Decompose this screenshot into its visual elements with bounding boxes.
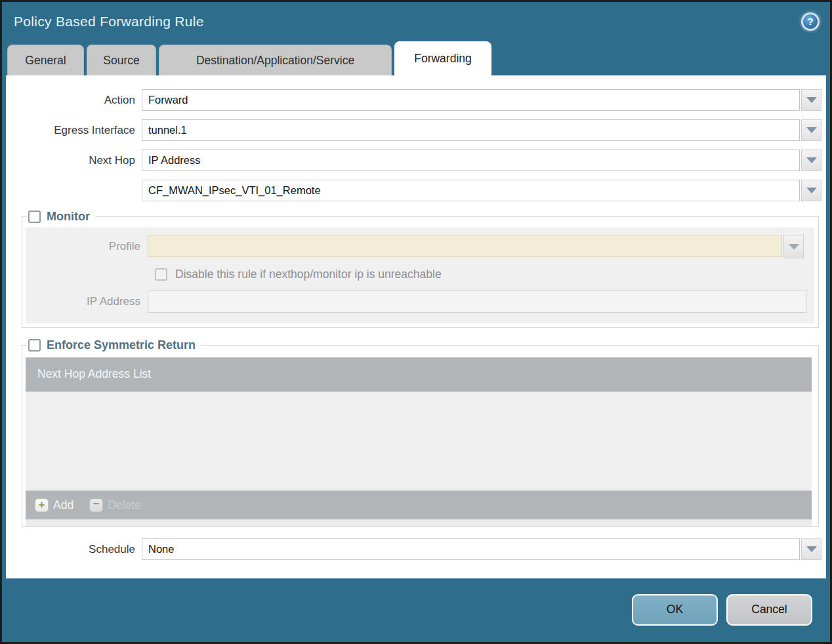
minus-icon: − — [89, 498, 103, 512]
delete-button-label: Delete — [108, 498, 141, 512]
add-button[interactable]: + Add — [35, 498, 73, 512]
next-hop-type-input[interactable] — [142, 150, 800, 171]
chevron-down-icon — [789, 244, 799, 250]
symmetric-return-title: Enforce Symmetric Return — [47, 338, 196, 352]
next-hop-address-list-toolbar: + Add − Delete — [26, 491, 812, 519]
chevron-down-icon — [806, 188, 817, 193]
action-row: Action — [6, 89, 822, 111]
dialog-footer: OK Cancel — [2, 578, 830, 641]
profile-combo — [148, 235, 804, 258]
action-combo — [142, 89, 822, 111]
forwarding-tab-panel: Action Egress Interface Next Hop — [6, 75, 826, 578]
schedule-dropdown-button[interactable] — [801, 538, 822, 560]
profile-row: Profile — [26, 235, 814, 258]
delete-button: − Delete — [89, 498, 141, 512]
monitor-checkbox[interactable] — [28, 211, 41, 223]
egress-interface-input[interactable] — [142, 119, 800, 141]
next-hop-type-combo — [142, 150, 822, 171]
symmetric-return-section: Enforce Symmetric Return Next Hop Addres… — [22, 338, 819, 527]
plus-icon: + — [35, 498, 49, 512]
disable-rule-row: Disable this rule if nexthop/monitor ip … — [26, 268, 814, 281]
help-icon[interactable]: ? — [801, 12, 820, 31]
next-hop-address-list-header: Next Hop Address List — [26, 357, 812, 392]
next-hop-address-combo — [142, 180, 822, 201]
monitor-title: Monitor — [47, 210, 90, 224]
monitor-section: Monitor Profile Disable this rule if nex… — [22, 210, 819, 328]
ok-button[interactable]: OK — [632, 594, 718, 626]
chevron-down-icon — [806, 127, 817, 133]
monitor-ip-address-input — [148, 291, 806, 313]
tab-source[interactable]: Source — [87, 45, 156, 75]
action-dropdown-button[interactable] — [801, 89, 822, 111]
action-label: Action — [6, 94, 142, 107]
tab-forwarding[interactable]: Forwarding — [394, 41, 491, 75]
disable-rule-label: Disable this rule if nexthop/monitor ip … — [175, 268, 442, 281]
tab-general[interactable]: General — [7, 45, 84, 75]
tab-destination-application-service[interactable]: Destination/Application/Service — [159, 45, 392, 75]
cancel-button[interactable]: Cancel — [726, 594, 812, 626]
monitor-ip-address-label: IP Address — [26, 295, 148, 308]
list-bottom-strip — [26, 519, 812, 526]
chevron-down-icon — [806, 97, 817, 103]
next-hop-address-list: Next Hop Address List + Add − Delete — [26, 357, 812, 526]
schedule-combo — [142, 538, 822, 560]
profile-field — [148, 235, 782, 257]
schedule-label: Schedule — [6, 543, 142, 556]
profile-dropdown-button — [783, 235, 804, 258]
schedule-row: Schedule — [6, 538, 822, 560]
next-hop-row: Next Hop — [6, 150, 822, 171]
dialog-titlebar: Policy Based Forwarding Rule ? — [2, 2, 830, 41]
action-input[interactable] — [142, 89, 800, 111]
monitor-ip-address-row: IP Address — [26, 291, 814, 313]
schedule-input[interactable] — [142, 538, 800, 560]
chevron-down-icon — [806, 546, 817, 552]
dialog-title: Policy Based Forwarding Rule — [14, 14, 204, 30]
symmetric-return-legend: Enforce Symmetric Return — [27, 338, 201, 352]
egress-interface-dropdown-button[interactable] — [801, 119, 822, 141]
tab-bar: General Source Destination/Application/S… — [2, 41, 830, 75]
monitor-legend: Monitor — [27, 210, 95, 224]
egress-interface-label: Egress Interface — [6, 124, 142, 137]
next-hop-address-row — [6, 180, 822, 201]
disable-rule-checkbox — [155, 268, 167, 281]
next-hop-type-dropdown-button[interactable] — [801, 150, 822, 171]
egress-interface-combo — [142, 119, 822, 141]
add-button-label: Add — [53, 498, 73, 512]
next-hop-address-list-body[interactable] — [26, 392, 812, 491]
chevron-down-icon — [806, 157, 817, 163]
profile-label: Profile — [26, 240, 148, 253]
monitor-panel: Profile Disable this rule if nexthop/mon… — [26, 228, 814, 323]
next-hop-label: Next Hop — [6, 154, 142, 167]
next-hop-address-input[interactable] — [142, 180, 800, 201]
next-hop-address-dropdown-button[interactable] — [801, 180, 822, 201]
symmetric-return-checkbox[interactable] — [28, 339, 41, 352]
egress-interface-row: Egress Interface — [6, 119, 822, 141]
